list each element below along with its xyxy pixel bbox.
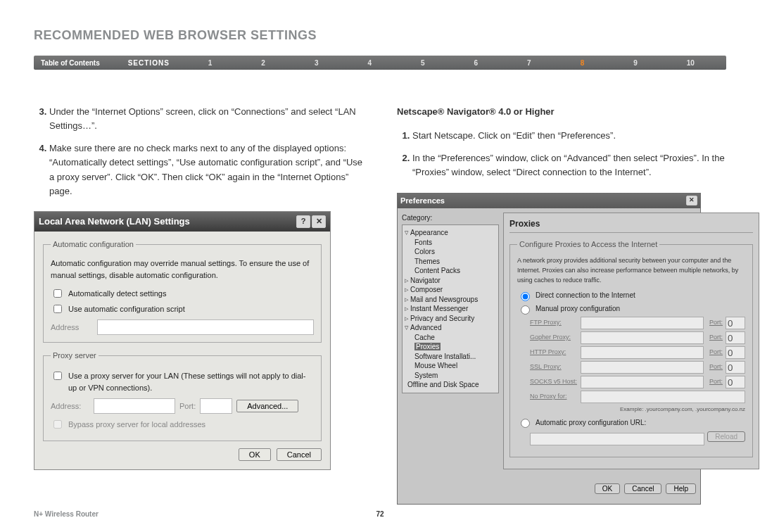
section-1[interactable]: 1 <box>208 59 213 67</box>
socks-port-input[interactable] <box>726 376 745 388</box>
tree-privacy[interactable]: Privacy and Security <box>410 314 474 324</box>
ok-button[interactable]: OK <box>239 448 271 461</box>
example-text: Example: .yourcompany.com, .yourcompany.… <box>530 405 745 414</box>
tree-software[interactable]: Software Installati... <box>405 352 496 362</box>
proxy-legend: Proxy server <box>51 350 99 362</box>
tree-system[interactable]: System <box>405 371 496 381</box>
ssl-label: SSL Proxy: <box>530 362 578 372</box>
reload-button[interactable]: Reload <box>707 431 745 442</box>
proxy-port-label: Port: <box>179 400 196 412</box>
tree-proxies[interactable]: Proxies <box>414 343 441 350</box>
category-tree[interactable]: ▽Appearance Fonts Colors Themes Content … <box>402 224 499 393</box>
cb-bypass-input[interactable] <box>53 420 62 429</box>
section-8[interactable]: 8 <box>581 59 585 67</box>
ftp-input[interactable] <box>581 317 704 329</box>
sections-label: SECTIONS <box>128 59 170 67</box>
script-address-input[interactable] <box>97 319 314 335</box>
http-port-label: Port: <box>709 348 723 357</box>
footer-product: N+ Wireless Router <box>34 510 99 518</box>
help-icon[interactable]: ? <box>296 215 310 228</box>
http-label: HTTP Proxy: <box>530 348 578 357</box>
section-7[interactable]: 7 <box>527 59 531 67</box>
left-step: Make sure there are no check marks next … <box>49 141 363 198</box>
radio-manual-input[interactable] <box>521 305 530 315</box>
cb-auto-detect[interactable]: Automatically detect settings <box>51 287 314 300</box>
radio-manual[interactable]: Manual proxy configuration <box>517 303 745 315</box>
section-nav: Table of Contents SECTIONS 12345678910 <box>34 56 726 70</box>
section-2[interactable]: 2 <box>261 59 265 67</box>
auto-url-input[interactable] <box>530 433 704 445</box>
cb-auto-script[interactable]: Use automatic configuration script <box>51 303 314 315</box>
tree-im[interactable]: Instant Messenger <box>410 304 468 314</box>
tree-navigator[interactable]: Navigator <box>410 276 441 286</box>
section-9[interactable]: 9 <box>633 59 638 67</box>
tree-cache[interactable]: Cache <box>405 333 496 343</box>
pref-title: Preferences <box>400 195 445 207</box>
tree-mail[interactable]: Mail and Newsgroups <box>410 295 478 305</box>
cb-auto-script-input[interactable] <box>53 305 62 313</box>
gopher-port-label: Port: <box>709 333 723 343</box>
lan-title: Local Area Network (LAN) Settings <box>39 215 190 229</box>
page-title: RECOMMENDED WEB BROWSER SETTINGS <box>34 28 726 43</box>
tree-offline[interactable]: Offline and Disk Space <box>405 380 496 390</box>
left-step: Under the “Internet Options” screen, cli… <box>49 105 363 133</box>
ftp-port-input[interactable] <box>726 317 745 329</box>
tree-themes[interactable]: Themes <box>405 257 496 267</box>
socks-port-label: Port: <box>709 377 723 387</box>
proxy-address-input[interactable] <box>94 398 175 414</box>
cb-auto-detect-input[interactable] <box>53 289 62 298</box>
cb-use-proxy[interactable]: Use a proxy server for your LAN (These s… <box>51 370 314 394</box>
lan-settings-dialog: Local Area Network (LAN) Settings ? ✕ Au… <box>34 211 331 470</box>
radio-direct[interactable]: Direct connection to the Internet <box>517 290 745 301</box>
cb-bypass[interactable]: Bypass proxy server for local addresses <box>51 418 314 431</box>
section-6[interactable]: 6 <box>474 59 479 67</box>
category-label: Category: <box>402 213 499 224</box>
radio-auto-input[interactable] <box>521 419 530 428</box>
close-icon[interactable]: ✕ <box>686 196 697 205</box>
tree-mouse[interactable]: Mouse Wheel <box>405 361 496 371</box>
section-10[interactable]: 10 <box>687 59 695 67</box>
right-step: Start Netscape. Click on “Edit” then “Pr… <box>412 129 726 143</box>
tree-fonts[interactable]: Fonts <box>405 238 496 248</box>
preferences-dialog: Preferences ✕ Category: ▽Appearance Font… <box>397 193 701 505</box>
tree-composer[interactable]: Composer <box>410 285 443 295</box>
radio-direct-input[interactable] <box>521 292 530 301</box>
cb-auto-detect-label: Automatically detect settings <box>68 288 166 300</box>
cancel-button[interactable]: Cancel <box>277 448 322 461</box>
page-number: 72 <box>376 510 384 518</box>
cb-bypass-label: Bypass proxy server for local addresses <box>68 419 205 431</box>
ssl-port-input[interactable] <box>726 361 745 374</box>
script-address-label: Address <box>51 322 93 334</box>
socks-label: SOCKS v5 Host: <box>530 377 578 387</box>
tree-content-packs[interactable]: Content Packs <box>405 266 496 276</box>
toc-link[interactable]: Table of Contents <box>41 59 100 67</box>
pref-help-button[interactable]: Help <box>666 483 696 494</box>
noproxy-label: No Proxy for: <box>530 392 578 402</box>
radio-direct-label: Direct connection to the Internet <box>536 290 635 301</box>
cb-use-proxy-input[interactable] <box>53 372 62 380</box>
pref-ok-button[interactable]: OK <box>595 483 620 494</box>
http-port-input[interactable] <box>726 346 745 359</box>
gopher-label: Gopher Proxy: <box>530 333 578 343</box>
radio-manual-label: Manual proxy configuration <box>536 303 620 315</box>
tree-colors[interactable]: Colors <box>405 247 496 257</box>
section-3[interactable]: 3 <box>315 59 319 67</box>
section-5[interactable]: 5 <box>421 59 425 67</box>
proxy-port-input[interactable] <box>200 398 232 414</box>
noproxy-input[interactable] <box>581 391 745 403</box>
ftp-port-label: Port: <box>709 318 723 328</box>
http-input[interactable] <box>581 346 704 359</box>
pref-cancel-button[interactable]: Cancel <box>624 483 661 494</box>
netscape-subhead: Netscape® Navigator® 4.0 or Higher <box>397 105 726 119</box>
ssl-input[interactable] <box>581 361 704 374</box>
tree-appearance[interactable]: Appearance <box>410 228 448 238</box>
close-icon[interactable]: ✕ <box>312 215 326 228</box>
gopher-port-input[interactable] <box>726 331 745 344</box>
tree-advanced[interactable]: Advanced <box>410 323 441 333</box>
radio-auto[interactable]: Automatic proxy configuration URL: <box>517 417 745 428</box>
socks-input[interactable] <box>581 376 704 388</box>
advanced-button[interactable]: Advanced... <box>236 400 298 412</box>
radio-auto-label: Automatic proxy configuration URL: <box>536 417 646 429</box>
section-4[interactable]: 4 <box>367 59 372 67</box>
gopher-input[interactable] <box>581 331 704 344</box>
